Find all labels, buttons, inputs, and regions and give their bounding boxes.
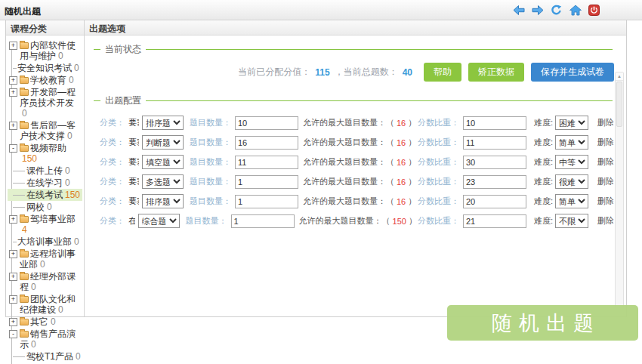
tree-expander-icon[interactable]: + xyxy=(9,318,17,326)
max-count-value: 150 xyxy=(393,217,406,226)
logout-icon[interactable] xyxy=(588,5,600,16)
folder-icon xyxy=(20,122,29,129)
difficulty-select[interactable]: 不限 xyxy=(555,214,588,228)
score-weight-input[interactable] xyxy=(463,195,526,208)
tree-item-label[interactable]: 其它 xyxy=(30,316,48,327)
tree-item-label[interactable]: 安全知识考试 xyxy=(17,63,72,73)
tree-item-count: 0 xyxy=(74,236,79,247)
category-label: 分类： xyxy=(100,176,125,187)
question-type-select[interactable]: 综合题 xyxy=(138,214,180,228)
delete-link[interactable]: 删除 xyxy=(597,196,614,207)
tree-item[interactable]: + 其它0 xyxy=(8,316,82,328)
delete-link[interactable]: 删除 xyxy=(597,215,614,227)
delete-link[interactable]: 删除 xyxy=(597,176,614,187)
refresh-icon[interactable] xyxy=(551,5,563,16)
scrollbar-thumb[interactable] xyxy=(616,82,622,127)
question-type-select[interactable]: 排序题 xyxy=(142,194,184,208)
tree-item[interactable]: + 学校教育0 xyxy=(8,74,82,86)
question-count-label: 题目数量： xyxy=(190,137,231,148)
score-weight-input[interactable] xyxy=(463,156,526,169)
tree-item-label[interactable]: 大培训事业部 xyxy=(17,236,72,247)
question-type-select[interactable]: 多选题 xyxy=(142,174,184,189)
tree-item[interactable]: + 远程培训事业部0 xyxy=(8,248,82,270)
vertical-scrollbar[interactable]: ▲ xyxy=(615,72,624,307)
tree-expander-icon[interactable]: + xyxy=(9,295,17,304)
difficulty-select[interactable]: 困难 xyxy=(555,116,588,130)
scroll-up-icon[interactable]: ▲ xyxy=(616,72,623,81)
question-count-input[interactable] xyxy=(235,175,298,189)
max-count-suffix: ） xyxy=(408,196,416,207)
tree-expander-icon[interactable]: - xyxy=(9,330,17,338)
folder-icon xyxy=(20,216,29,223)
question-type-select[interactable]: 填空题 xyxy=(142,155,184,169)
tree-item-label[interactable]: 在线学习 xyxy=(26,177,63,188)
forward-icon[interactable] xyxy=(532,5,544,16)
question-type-select[interactable]: 排序题 xyxy=(142,116,184,130)
folder-icon xyxy=(20,77,29,84)
score-weight-input[interactable] xyxy=(463,116,526,130)
tree-item[interactable]: - 销售产品演示0 xyxy=(8,328,82,350)
question-count-input[interactable] xyxy=(231,214,295,228)
tree-item-label[interactable]: 视频帮助 xyxy=(30,143,66,153)
tree-item[interactable]: 安全知识考试0 xyxy=(8,62,82,74)
home-icon[interactable] xyxy=(569,5,582,16)
tree-expander-icon[interactable]: + xyxy=(9,88,17,97)
question-count-input[interactable] xyxy=(235,116,298,130)
tree-expander-icon[interactable]: + xyxy=(9,76,17,85)
tree-item[interactable]: 课件上传0 xyxy=(8,165,82,177)
tree-expander-icon[interactable]: - xyxy=(9,144,17,153)
tree-expander-icon[interactable]: + xyxy=(9,215,17,224)
tree-item[interactable]: + 售后部—客户技术支撑0 xyxy=(8,119,82,142)
tree-item[interactable]: + 内部软件使用与维护0 xyxy=(8,39,82,62)
tree-expander-icon[interactable]: + xyxy=(9,42,17,50)
main-content: 当前状态 当前已分配分值： 115 ，当前总题数： 40 帮助矫正数据保存并生成… xyxy=(85,35,626,316)
question-count-input[interactable] xyxy=(235,156,298,169)
tree-item[interactable]: + 开发部—程序员技术开发0 xyxy=(8,86,82,119)
difficulty-select[interactable]: 简单 xyxy=(555,194,588,208)
tree-item[interactable]: 大培训事业部0 xyxy=(8,236,82,248)
tree-item[interactable]: 在线考试150 xyxy=(8,189,82,201)
category-label: 分类： xyxy=(100,196,125,207)
difficulty-select[interactable]: 简单 xyxy=(555,135,588,150)
tree-item[interactable]: 在线学习0 xyxy=(8,177,82,189)
question-count-input[interactable] xyxy=(235,136,298,150)
difficulty-select[interactable]: 中等 xyxy=(555,155,588,169)
tree-item-label[interactable]: 驾校T1产品 xyxy=(26,351,73,362)
course-category-header: 课程分类 xyxy=(6,20,84,35)
tree-expander-icon[interactable]: + xyxy=(9,122,17,130)
back-icon[interactable] xyxy=(513,5,525,16)
score-weight-input[interactable] xyxy=(463,214,526,228)
question-count-label: 题目数量： xyxy=(190,156,231,168)
course-category-panel: 课程分类 + 内部软件使用与维护0 安全知识考试0 + 学校教育0 + 开发部—… xyxy=(6,20,85,316)
legend-line xyxy=(146,49,613,50)
help-button[interactable]: 帮助 xyxy=(424,63,461,82)
fix-data-button[interactable]: 矫正数据 xyxy=(468,63,524,82)
tree-item[interactable]: + 驾培事业部4 xyxy=(8,213,82,236)
tree-item-label[interactable]: 驾培事业部 xyxy=(30,214,76,224)
tree-item[interactable]: - 视频帮助150 xyxy=(8,142,82,165)
score-weight-input[interactable] xyxy=(463,175,526,189)
delete-link[interactable]: 删除 xyxy=(597,137,614,148)
difficulty-select[interactable]: 很难 xyxy=(555,174,588,189)
delete-link[interactable]: 删除 xyxy=(597,117,614,128)
tree-item[interactable]: 网校0 xyxy=(8,201,82,213)
tree-item-count: 0 xyxy=(22,108,27,119)
tree-item-label[interactable]: 网校 xyxy=(26,202,45,212)
assigned-score-label: 当前已分配分值： xyxy=(238,66,310,79)
course-tree: + 内部软件使用与维护0 安全知识考试0 + 学校教育0 + 开发部—程序员技术… xyxy=(6,35,84,364)
window-frame: 课程分类 + 内部软件使用与维护0 安全知识考试0 + 学校教育0 + 开发部—… xyxy=(5,20,627,317)
score-weight-input[interactable] xyxy=(463,136,526,150)
delete-link[interactable]: 删除 xyxy=(597,156,614,168)
tree-item-label[interactable]: 课件上传 xyxy=(26,165,63,176)
tree-expander-icon[interactable]: + xyxy=(9,250,17,258)
tree-item[interactable]: 驾校T1产品0 xyxy=(8,350,82,362)
question-type-select[interactable]: 判断题 xyxy=(142,135,184,150)
category-label: 分类： xyxy=(100,117,125,128)
tree-item[interactable]: + 团队文化和纪律建设0 xyxy=(8,293,82,316)
tree-item[interactable]: + 经理外部课程0 xyxy=(8,270,82,293)
save-generate-button[interactable]: 保存并生成试卷 xyxy=(531,63,614,82)
tree-item-label[interactable]: 在线考试 xyxy=(26,190,63,200)
question-count-input[interactable] xyxy=(235,195,298,208)
tree-item-label[interactable]: 学校教育 xyxy=(30,75,66,85)
tree-expander-icon[interactable]: + xyxy=(9,273,17,281)
